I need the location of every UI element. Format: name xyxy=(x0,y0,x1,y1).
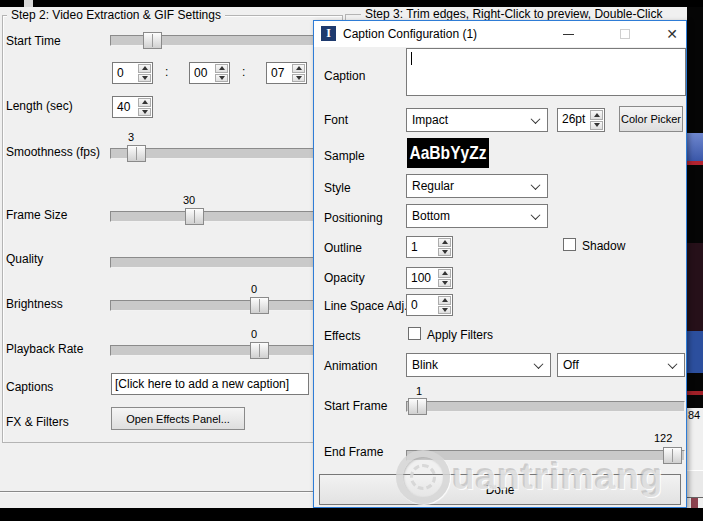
spin-down-button[interactable] xyxy=(590,121,603,131)
up-arrow-icon xyxy=(219,66,225,70)
spin-up-button[interactable] xyxy=(138,98,151,107)
top-black-bar xyxy=(0,0,703,7)
chevron-down-icon xyxy=(531,180,541,190)
spin-up-button[interactable] xyxy=(138,64,151,73)
seconds-value[interactable]: 07 xyxy=(267,63,291,83)
positioning-select[interactable]: Bottom xyxy=(406,204,548,228)
shadow-checkbox[interactable] xyxy=(563,238,576,251)
start-time-slider[interactable] xyxy=(110,32,315,49)
smoothness-slider[interactable] xyxy=(110,145,315,162)
style-select[interactable]: Regular xyxy=(406,174,548,198)
step3-groupbox-edge xyxy=(345,14,361,15)
line-space-value[interactable]: 0 xyxy=(407,295,437,315)
start-time-slider-track[interactable] xyxy=(110,35,315,46)
spin-up-button[interactable] xyxy=(590,110,603,120)
caption-textarea[interactable] xyxy=(406,48,686,96)
down-arrow-icon xyxy=(142,110,148,114)
spin-up-button[interactable] xyxy=(438,269,451,278)
minutes-spinner[interactable]: 00 xyxy=(189,62,230,84)
smoothness-slider-thumb[interactable] xyxy=(127,145,146,162)
spin-up-button[interactable] xyxy=(438,238,451,247)
end-frame-slider-track[interactable] xyxy=(406,450,685,461)
bottom-black-bar xyxy=(0,508,703,521)
end-frame-slider-thumb[interactable] xyxy=(663,447,682,464)
end-frame-label: End Frame xyxy=(324,445,383,459)
animation-label: Animation xyxy=(324,359,377,373)
style-label: Style xyxy=(324,181,351,195)
spin-down-button[interactable] xyxy=(438,306,451,315)
color-picker-button[interactable]: Color Picker xyxy=(619,106,683,132)
spin-down-button[interactable] xyxy=(138,108,151,117)
spin-down-button[interactable] xyxy=(215,74,228,83)
spin-up-button[interactable] xyxy=(438,296,451,305)
up-arrow-icon xyxy=(142,66,148,70)
spin-down-button[interactable] xyxy=(438,248,451,257)
font-size-value[interactable]: 26pt xyxy=(558,109,589,131)
done-button[interactable]: Done xyxy=(319,474,681,505)
opacity-value[interactable]: 100 xyxy=(407,268,437,288)
chevron-down-icon xyxy=(534,359,544,369)
top-slider-notch xyxy=(24,0,33,7)
playback-rate-slider-track[interactable] xyxy=(110,345,315,356)
style-value: Regular xyxy=(412,179,454,193)
font-size-spinner[interactable]: 26pt xyxy=(557,108,605,132)
start-time-slider-thumb[interactable] xyxy=(143,32,162,49)
start-frame-slider-thumb[interactable] xyxy=(408,398,427,415)
frame-size-slider-thumb[interactable] xyxy=(185,208,204,225)
time-separator: : xyxy=(165,65,168,79)
spin-down-button[interactable] xyxy=(138,74,151,83)
brightness-slider-track[interactable] xyxy=(110,300,315,311)
video-frame-fragment xyxy=(687,243,703,331)
animation-secondary-select[interactable]: Off xyxy=(557,353,685,377)
close-button[interactable]: ✕ xyxy=(657,23,687,45)
hours-spinner[interactable]: 0 xyxy=(112,62,153,84)
quality-slider[interactable] xyxy=(110,254,315,271)
caption-label: Caption xyxy=(324,69,365,83)
end-frame-slider[interactable] xyxy=(406,447,685,464)
video-frame-fragment xyxy=(687,391,703,395)
open-effects-panel-button[interactable]: Open Effects Panel... xyxy=(111,407,245,430)
close-icon: ✕ xyxy=(666,27,678,41)
playback-rate-slider-thumb[interactable] xyxy=(250,342,269,359)
video-frame-fragment xyxy=(687,331,703,373)
smoothness-label: Smoothness (fps) xyxy=(6,145,100,159)
start-frame-slider[interactable] xyxy=(406,398,685,415)
minimize-button[interactable] xyxy=(553,23,583,45)
apply-filters-checkbox[interactable] xyxy=(408,327,421,340)
spin-down-button[interactable] xyxy=(292,74,305,83)
frame-size-slider[interactable] xyxy=(110,208,315,225)
spin-down-button[interactable] xyxy=(438,279,451,288)
minutes-value[interactable]: 00 xyxy=(190,63,214,83)
length-label: Length (sec) xyxy=(6,99,73,113)
end-frame-value: 122 xyxy=(654,432,672,444)
hours-value[interactable]: 0 xyxy=(113,63,137,83)
seconds-spinner[interactable]: 07 xyxy=(266,62,307,84)
brightness-slider[interactable] xyxy=(110,297,315,314)
opacity-spinner[interactable]: 100 xyxy=(406,267,453,289)
apply-filters-label: Apply Filters xyxy=(427,328,493,342)
outline-spinner[interactable]: 1 xyxy=(406,236,453,258)
outline-label: Outline xyxy=(324,241,362,255)
down-arrow-icon xyxy=(594,123,600,127)
brightness-label: Brightness xyxy=(6,297,63,311)
font-family-select[interactable]: Impact xyxy=(406,108,548,132)
quality-slider-track[interactable] xyxy=(110,257,315,268)
animation-primary-select[interactable]: Blink xyxy=(406,353,551,377)
sample-preview: AaBbYyZz xyxy=(407,138,489,168)
font-label: Font xyxy=(324,113,348,127)
length-value[interactable]: 40 xyxy=(113,97,137,117)
text-cursor xyxy=(411,52,412,65)
captions-field[interactable]: [Click here to add a new caption] xyxy=(111,373,309,395)
outline-value[interactable]: 1 xyxy=(407,237,437,257)
spin-up-button[interactable] xyxy=(292,64,305,73)
maximize-button xyxy=(610,23,640,45)
line-space-spinner[interactable]: 0 xyxy=(406,294,453,316)
length-spinner[interactable]: 40 xyxy=(112,96,153,118)
brightness-slider-thumb[interactable] xyxy=(250,297,269,314)
start-frame-slider-track[interactable] xyxy=(406,401,685,412)
dialog-titlebar[interactable]: I Caption Configuration (1) ✕ xyxy=(314,21,686,47)
playback-rate-slider[interactable] xyxy=(110,342,315,359)
spin-up-button[interactable] xyxy=(215,64,228,73)
caption-configuration-dialog: I Caption Configuration (1) ✕ Caption Fo… xyxy=(313,20,687,508)
frame-size-slider-track[interactable] xyxy=(110,211,315,222)
